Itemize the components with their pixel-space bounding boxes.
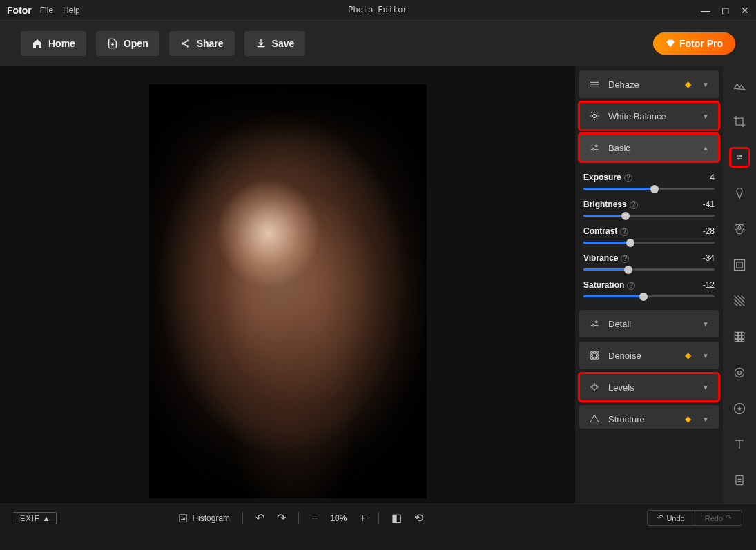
tool-crop[interactable] <box>731 113 748 130</box>
zoom-out-icon[interactable]: − <box>311 512 318 524</box>
svg-point-10 <box>738 158 739 159</box>
tool-adjust[interactable] <box>731 149 748 166</box>
save-label: Save <box>272 38 295 49</box>
sliders-icon <box>589 142 600 153</box>
denoise-label: Denoise <box>608 351 641 361</box>
save-icon <box>255 38 266 49</box>
reset-icon[interactable]: ⟲ <box>414 511 423 524</box>
histogram-button[interactable]: Histogram <box>178 513 230 523</box>
slider-thumb[interactable] <box>624 266 632 274</box>
structure-label: Structure <box>608 414 645 424</box>
redo-icon[interactable]: ↷ <box>277 511 286 524</box>
help-icon[interactable]: ? <box>627 282 635 290</box>
help-icon[interactable]: ? <box>620 228 628 236</box>
white-balance-label: White Balance <box>608 111 666 121</box>
panel-detail[interactable]: Detail ▼ <box>579 310 719 337</box>
right-toolbar <box>723 66 756 504</box>
svg-rect-21 <box>742 335 744 338</box>
exif-button[interactable]: EXIF ▲ <box>14 512 57 524</box>
tool-beauty[interactable] <box>731 185 748 202</box>
zoom-in-icon[interactable]: + <box>359 512 365 524</box>
svg-point-5 <box>592 148 594 150</box>
svg-point-26 <box>738 371 742 375</box>
app-name: Fotor <box>7 5 32 16</box>
panel-white-balance[interactable]: White Balance ▼ <box>579 102 719 130</box>
svg-rect-28 <box>736 475 743 484</box>
panel-basic[interactable]: Basic ▲ <box>579 134 719 161</box>
slider-value: -34 <box>703 253 715 263</box>
slider-track[interactable] <box>583 215 715 217</box>
close-icon[interactable]: ✕ <box>741 5 749 16</box>
svg-point-6 <box>595 321 597 323</box>
pro-diamond-icon: ◆ <box>685 351 691 360</box>
open-button[interactable]: Open <box>96 31 159 56</box>
svg-point-8 <box>592 385 597 390</box>
detail-icon <box>589 318 600 329</box>
photo-preview <box>149 84 427 498</box>
slider-thumb[interactable] <box>626 239 634 247</box>
chevron-down-icon: ▼ <box>702 384 709 391</box>
menu-file[interactable]: File <box>40 6 53 15</box>
home-button[interactable]: Home <box>21 31 86 56</box>
tool-texture[interactable] <box>731 293 748 309</box>
minimize-icon[interactable]: — <box>701 5 710 16</box>
tool-effects[interactable] <box>731 221 748 237</box>
canvas-area[interactable] <box>0 66 575 504</box>
tool-focus[interactable] <box>731 364 748 381</box>
tool-text[interactable] <box>731 436 748 453</box>
dehaze-label: Dehaze <box>608 79 639 90</box>
histogram-label: Histogram <box>192 513 230 523</box>
tool-stickers[interactable] <box>731 400 748 417</box>
dehaze-icon <box>589 79 600 90</box>
undo-button[interactable]: ↶ Undo <box>648 511 695 525</box>
tool-scenes[interactable] <box>731 77 748 94</box>
help-icon[interactable]: ? <box>624 174 632 182</box>
maximize-icon[interactable]: ◻ <box>721 5 730 16</box>
undo-redo-group: ↶ Undo Redo ↷ <box>647 510 742 526</box>
redo-button[interactable]: Redo ↷ <box>695 511 742 525</box>
slider-thumb[interactable] <box>639 293 648 301</box>
slider-track[interactable] <box>583 268 715 271</box>
slider-thumb[interactable] <box>650 185 659 193</box>
compare-icon[interactable]: ◧ <box>391 511 402 524</box>
chevron-down-icon: ▼ <box>702 352 709 360</box>
home-label: Home <box>48 38 75 49</box>
svg-rect-29 <box>180 514 187 522</box>
help-icon[interactable]: ? <box>621 255 629 263</box>
svg-point-3 <box>592 114 596 117</box>
tool-frames[interactable] <box>731 257 748 273</box>
chevron-up-icon: ▲ <box>702 144 709 152</box>
svg-point-7 <box>592 324 594 326</box>
window-title: Photo Editor <box>348 6 407 15</box>
help-icon[interactable]: ? <box>630 201 638 209</box>
slider-exposure: Exposure?4 <box>583 173 715 190</box>
tool-clipboard[interactable] <box>731 472 748 489</box>
slider-thumb[interactable] <box>621 212 630 220</box>
toolbar: Home Open Share Save Fotor Pro <box>0 21 756 66</box>
denoise-icon <box>589 350 600 361</box>
fotor-pro-button[interactable]: Fotor Pro <box>653 32 735 55</box>
share-button[interactable]: Share <box>169 31 235 56</box>
save-button[interactable]: Save <box>244 31 306 56</box>
slider-track[interactable] <box>583 242 715 244</box>
chevron-down-icon: ▼ <box>702 415 709 423</box>
panel-levels[interactable]: Levels ▼ <box>579 373 719 401</box>
panel-structure[interactable]: Structure ◆ ▼ <box>579 405 719 429</box>
slider-name: Exposure <box>583 173 621 182</box>
svg-point-4 <box>595 145 597 147</box>
pro-diamond-icon: ◆ <box>685 79 691 89</box>
menu-help[interactable]: Help <box>63 6 80 15</box>
svg-rect-14 <box>735 260 745 271</box>
bottombar: EXIF ▲ Histogram ↶ ↷ − 10% + ◧ ⟲ ↶ Undo … <box>0 504 756 531</box>
tool-mosaic[interactable] <box>731 328 748 345</box>
panel-dehaze[interactable]: Dehaze ◆ ▼ <box>579 70 719 98</box>
detail-label: Detail <box>608 319 631 329</box>
panel-denoise[interactable]: Denoise ◆ ▼ <box>579 342 719 369</box>
slider-track[interactable] <box>583 295 715 297</box>
undo-icon[interactable]: ↶ <box>255 511 264 524</box>
slider-contrast: Contrast?-28 <box>583 226 715 244</box>
slider-track[interactable] <box>583 188 715 190</box>
slider-value: -28 <box>703 226 715 236</box>
chevron-down-icon: ▼ <box>702 112 709 120</box>
zoom-level[interactable]: 10% <box>330 513 347 523</box>
